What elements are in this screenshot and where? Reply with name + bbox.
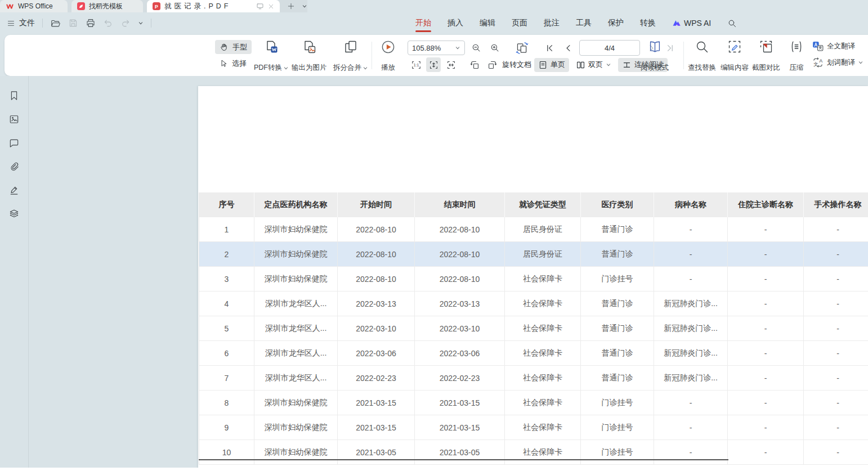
table-cell: 2022-03-06: [415, 341, 505, 365]
table-cell: 社会保障卡: [505, 366, 581, 390]
one-to-one-icon: 1:1: [411, 60, 422, 70]
table-header-row: 序号定点医药机构名称开始时间结束时间就诊凭证类型医疗类别病种名称住院主诊断名称手…: [199, 192, 868, 217]
print-icon[interactable]: [86, 18, 96, 28]
table-cell: -: [654, 440, 728, 464]
double-page-icon: [576, 60, 585, 70]
export-image-button[interactable]: 输出为图片: [290, 39, 328, 73]
table-cell: -: [728, 440, 804, 464]
word-translate-button[interactable]: 文A 划词翻译: [812, 56, 863, 69]
table-cell: 2022-03-13: [338, 291, 415, 316]
close-tab-icon[interactable]: [268, 3, 274, 10]
column-header: 序号: [199, 192, 254, 217]
column-header: 住院主诊断名称: [728, 192, 804, 217]
sidebar-comment-button[interactable]: [7, 136, 21, 150]
table-cell: 2021-03-15: [415, 415, 505, 439]
menu-tab-home[interactable]: 开始: [415, 12, 431, 34]
table-cell: 居民身份证: [505, 242, 581, 266]
table-cell: 深圳市龙华区人...: [254, 341, 338, 365]
zoom-out-button[interactable]: [469, 41, 484, 55]
select-tool-button[interactable]: 选择: [215, 56, 252, 70]
table-cell: 深圳市龙华区人...: [254, 366, 338, 390]
tab-document[interactable]: P 就医记录.PDF: [147, 0, 280, 12]
pdf-page[interactable]: 序号定点医药机构名称开始时间结束时间就诊凭证类型医疗类别病种名称住院主诊断名称手…: [198, 86, 868, 471]
first-page-button[interactable]: [542, 41, 557, 55]
menu-tab-convert[interactable]: 转换: [640, 12, 656, 34]
menu-tab-comment[interactable]: 批注: [544, 12, 560, 34]
tab-wps-home[interactable]: WPS Office: [0, 0, 68, 12]
zoom-in-button[interactable]: [487, 41, 502, 55]
undo-icon[interactable]: [103, 18, 113, 28]
double-page-button[interactable]: 双页: [572, 58, 615, 72]
file-menu-button[interactable]: 文件: [7, 18, 35, 28]
docer-icon: [77, 2, 85, 10]
table-cell: 社会保障卡: [505, 415, 581, 439]
svg-text:A: A: [820, 58, 823, 64]
table-cell: -: [728, 316, 804, 340]
column-header: 开始时间: [338, 192, 415, 217]
table-cell: 2: [199, 242, 254, 266]
zoom-level-select[interactable]: 105.88%: [408, 41, 465, 55]
sidebar-signature-button[interactable]: [7, 183, 21, 197]
previous-page-button[interactable]: [561, 41, 575, 55]
screenshot-compare-button[interactable]: 截图对比: [751, 39, 781, 73]
sidebar-thumbnail-button[interactable]: [7, 113, 21, 126]
redo-icon[interactable]: [120, 18, 131, 28]
menu-tab-insert[interactable]: 插入: [448, 12, 463, 34]
table-cell: 2021-03-15: [415, 391, 505, 415]
tabbar-spacer: [307, 0, 868, 12]
chevron-down-icon: [363, 65, 368, 71]
file-menu-label: 文件: [19, 18, 35, 28]
replace-pages-button[interactable]: [514, 41, 529, 55]
find-replace-button[interactable]: 查找替换: [687, 39, 717, 73]
menu-tab-edit[interactable]: 编辑: [480, 12, 495, 34]
status-bar-edge: [0, 468, 199, 471]
tab-list-chevron-icon[interactable]: [302, 3, 307, 9]
wps-office-window: WPS Office 找稻壳模板 P 就医记录.PDF 文件: [0, 0, 868, 471]
table-cell: 2022-03-13: [415, 291, 505, 316]
pdf-convert-button[interactable]: PDF转换: [253, 39, 290, 73]
save-icon[interactable]: [68, 18, 78, 28]
new-tab-icon[interactable]: [287, 2, 295, 10]
table-cell: -: [804, 242, 868, 266]
tab-docer[interactable]: 找稻壳模板: [71, 0, 143, 12]
menu-tab-protect[interactable]: 保护: [608, 12, 624, 34]
document-canvas: 序号定点医药机构名称开始时间结束时间就诊凭证类型医疗类别病种名称住院主诊断名称手…: [0, 76, 868, 471]
edit-content-button[interactable]: 编辑内容: [719, 39, 750, 73]
sidebar-bookmark-button[interactable]: [7, 89, 21, 102]
rotate-left-button[interactable]: [467, 57, 482, 72]
fit-width-button[interactable]: [444, 57, 458, 72]
table-cell: 社会保障卡: [505, 291, 581, 316]
fit-page-icon: [428, 60, 439, 70]
column-header: 医疗类别: [581, 192, 654, 217]
page-indicator-input[interactable]: [579, 40, 640, 56]
table-cell: 新冠肺炎门诊...: [654, 316, 728, 340]
compress-button[interactable]: 压缩: [788, 39, 805, 73]
read-mode-button[interactable]: 阅读模式: [639, 39, 670, 73]
actual-size-button[interactable]: 1:1: [409, 57, 423, 72]
chevron-down-icon: [283, 65, 289, 71]
monitor-icon[interactable]: [256, 2, 264, 10]
table-cell: 深圳市龙华区人...: [254, 316, 338, 340]
fit-page-button[interactable]: [426, 57, 441, 72]
sidebar-attachment-button[interactable]: [7, 160, 21, 173]
menu-tab-wps-ai[interactable]: WPS AI: [672, 12, 711, 34]
table-cell: 3: [199, 267, 254, 291]
wps-ai-label: WPS AI: [684, 19, 711, 28]
menu-tab-tools[interactable]: 工具: [576, 12, 592, 34]
menu-tab-page[interactable]: 页面: [512, 12, 527, 34]
single-page-button[interactable]: 单页: [534, 58, 569, 72]
full-translate-button[interactable]: 全文翻译: [812, 40, 863, 52]
rotate-right-button[interactable]: [485, 57, 499, 72]
divider: [151, 19, 151, 28]
compress-icon: [789, 39, 804, 54]
menubar-search-button[interactable]: [727, 12, 737, 34]
comment-icon: [8, 137, 20, 149]
play-button[interactable]: 播放: [379, 39, 397, 73]
quickbar-more-icon[interactable]: [138, 20, 144, 26]
sidebar-layers-button[interactable]: [7, 207, 21, 221]
hand-tool-button[interactable]: 手型: [215, 40, 252, 54]
split-merge-button[interactable]: 拆分合并: [332, 39, 369, 73]
open-file-icon[interactable]: [50, 18, 61, 29]
zoom-level-value: 105.88%: [412, 44, 441, 52]
table-cell: 1: [199, 217, 254, 241]
